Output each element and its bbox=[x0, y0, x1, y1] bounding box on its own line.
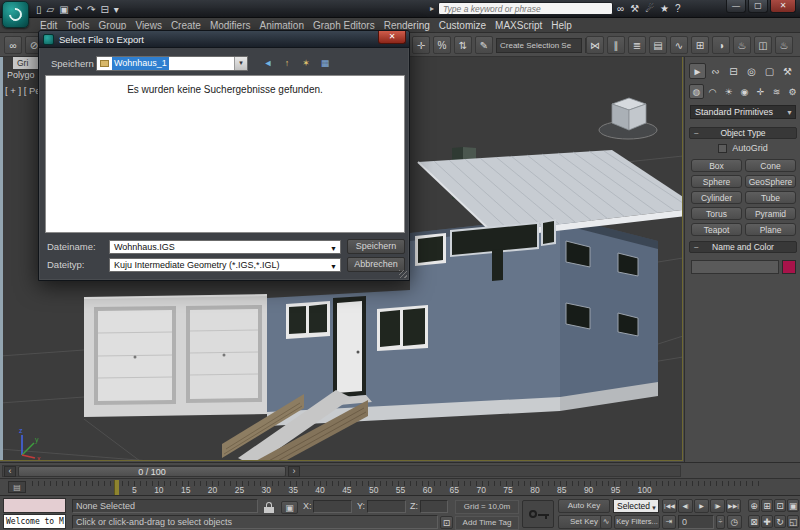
category-shapes-icon[interactable]: ◠ bbox=[705, 84, 720, 99]
tab-motion[interactable]: ◎ bbox=[743, 63, 760, 79]
category-spacewarps-icon[interactable]: ≋ bbox=[769, 84, 784, 99]
menu-item[interactable]: Tools bbox=[66, 20, 89, 31]
viewcube[interactable] bbox=[599, 98, 657, 139]
select-and-manipulate-icon[interactable]: ✛ bbox=[412, 36, 430, 54]
zoom-icon[interactable]: ⊕ bbox=[748, 499, 760, 512]
infocenter-flyout-icon[interactable]: ▸ bbox=[430, 4, 434, 13]
up-one-level-icon[interactable]: ↑ bbox=[280, 57, 294, 70]
object-type-button[interactable]: GeoSphere bbox=[745, 175, 796, 188]
time-configuration-button[interactable]: ◷ bbox=[727, 515, 742, 529]
play-button[interactable]: ▶ bbox=[694, 499, 709, 513]
communication-center-icon[interactable]: ☄ bbox=[645, 3, 654, 14]
close-button[interactable]: ✕ bbox=[770, 0, 796, 13]
maximize-viewport-icon[interactable]: ◱ bbox=[787, 515, 799, 528]
search-input[interactable] bbox=[438, 2, 613, 15]
maximize-button[interactable]: ▢ bbox=[748, 0, 768, 13]
menu-item[interactable]: Views bbox=[135, 20, 162, 31]
tab-display[interactable]: ▢ bbox=[761, 63, 778, 79]
object-type-button[interactable]: Teapot bbox=[691, 223, 742, 236]
layer-manager-icon[interactable]: ≣ bbox=[628, 36, 646, 54]
set-keys-button[interactable] bbox=[522, 500, 554, 528]
object-type-button[interactable]: Cone bbox=[745, 159, 796, 172]
category-geometry-icon[interactable]: ◍ bbox=[689, 84, 704, 99]
track-bar[interactable]: ▤ 51015202530354045505560657075808590951… bbox=[0, 478, 800, 495]
file-list-area[interactable]: Es wurden keine Suchergebnisse gefunden. bbox=[45, 75, 405, 233]
selection-lock-icon[interactable] bbox=[262, 501, 277, 514]
current-frame-input[interactable]: 0 bbox=[678, 515, 714, 529]
back-folder-icon[interactable]: ◄ bbox=[261, 57, 275, 70]
curve-editor-icon[interactable]: ∿ bbox=[670, 36, 688, 54]
spinner-snap-icon[interactable]: ⇅ bbox=[454, 36, 472, 54]
z-coord-input[interactable] bbox=[420, 500, 448, 513]
favorites-icon[interactable]: ★ bbox=[660, 3, 669, 14]
category-cameras-icon[interactable]: ◉ bbox=[737, 84, 752, 99]
zoom-extents-icon[interactable]: ⊡ bbox=[774, 499, 786, 512]
render-setup-icon[interactable]: ♨ bbox=[733, 36, 751, 54]
project-folder-icon[interactable]: ⊟ bbox=[100, 4, 108, 15]
key-mode-toggle[interactable]: ⇥ bbox=[662, 515, 676, 529]
add-time-tag[interactable]: Add Time Tag bbox=[455, 516, 519, 530]
named-selection-set-field[interactable]: Create Selection Se bbox=[496, 38, 582, 53]
time-slider-handle[interactable]: 0 / 100 bbox=[18, 466, 286, 477]
menu-item[interactable]: Animation bbox=[259, 20, 303, 31]
new-scene-icon[interactable]: ▯ bbox=[36, 4, 42, 15]
save-in-combobox[interactable]: Wohnhaus_1 ▾ bbox=[96, 56, 248, 71]
menu-item[interactable]: Group bbox=[99, 20, 127, 31]
object-type-button[interactable]: Cylinder bbox=[691, 191, 742, 204]
redo-icon[interactable]: ↷ bbox=[87, 4, 95, 15]
menu-item[interactable]: Modifiers bbox=[210, 20, 251, 31]
frame-spinner[interactable]: ÷ bbox=[716, 515, 725, 529]
object-type-button[interactable]: Plane bbox=[745, 223, 796, 236]
menu-item[interactable]: Help bbox=[551, 20, 572, 31]
align-icon[interactable]: ∥ bbox=[607, 36, 625, 54]
undo-icon[interactable]: ↶ bbox=[74, 4, 82, 15]
edit-named-selection-sets-icon[interactable]: ✎ bbox=[475, 36, 493, 54]
absolute-mode-icon[interactable]: ▣ bbox=[281, 501, 298, 514]
render-production-icon[interactable]: ♨ bbox=[775, 36, 793, 54]
filename-input[interactable]: Wohnhaus.IGS ▼ bbox=[109, 240, 341, 254]
search-icon[interactable]: ∞ bbox=[617, 3, 624, 14]
y-coord-input[interactable] bbox=[367, 500, 406, 513]
go-to-end-button[interactable]: ▶▶| bbox=[726, 499, 741, 513]
combo-dropdown-arrow[interactable]: ▼ bbox=[330, 243, 337, 254]
category-systems-icon[interactable]: ⚙ bbox=[785, 84, 800, 99]
object-type-button[interactable]: Box bbox=[691, 159, 742, 172]
filetype-dropdown[interactable]: Kuju Intermediate Geometry (*.IGS,*.IGL)… bbox=[109, 258, 341, 272]
x-coord-input[interactable] bbox=[313, 500, 352, 513]
schematic-view-icon[interactable]: ⊞ bbox=[691, 36, 709, 54]
select-and-link-icon[interactable]: ∞ bbox=[4, 36, 22, 54]
zoom-region-icon[interactable]: ⊠ bbox=[748, 515, 760, 528]
save-file-icon[interactable]: ▣ bbox=[59, 4, 68, 15]
viewport-label[interactable]: [ + ] [ Pe bbox=[5, 85, 38, 96]
object-type-rollout-header[interactable]: − Object Type bbox=[689, 127, 797, 139]
maxscript-mini-listener[interactable]: Welcome to M bbox=[3, 514, 66, 529]
object-type-button[interactable]: Pyramid bbox=[745, 207, 796, 220]
dialog-cancel-button[interactable]: Abbrechen bbox=[347, 257, 405, 272]
autogrid-checkbox[interactable] bbox=[718, 144, 727, 153]
primitive-category-dropdown[interactable]: Standard Primitives ▼ bbox=[690, 105, 796, 119]
name-color-rollout-header[interactable]: − Name and Color bbox=[689, 241, 797, 253]
dialog-title-bar[interactable]: Select File to Export ✕ bbox=[39, 31, 409, 48]
next-frame-button[interactable]: |▶ bbox=[710, 499, 725, 513]
view-menu-icon[interactable]: ▦ bbox=[318, 57, 332, 70]
current-frame-marker[interactable] bbox=[114, 480, 119, 495]
menu-item[interactable]: MAXScript bbox=[495, 20, 542, 31]
ribbon-tab-graphite[interactable]: Gri bbox=[13, 57, 38, 69]
zoom-extents-all-icon[interactable]: ▣ bbox=[787, 499, 799, 512]
mirror-icon[interactable]: ⋈ bbox=[586, 36, 604, 54]
mini-curve-editor-button[interactable]: ▤ bbox=[8, 481, 26, 493]
orbit-icon[interactable]: ↻ bbox=[774, 515, 786, 528]
object-color-swatch[interactable] bbox=[782, 260, 796, 274]
tab-create[interactable]: ► bbox=[689, 63, 706, 79]
go-to-start-button[interactable]: |◀◀ bbox=[662, 499, 677, 513]
previous-frame-button[interactable]: ◀| bbox=[678, 499, 693, 513]
category-lights-icon[interactable]: ☀ bbox=[721, 84, 736, 99]
key-filters-button[interactable]: Key Filters... bbox=[614, 515, 660, 529]
dialog-close-button[interactable]: ✕ bbox=[378, 31, 406, 44]
tab-utilities[interactable]: ⚒ bbox=[779, 63, 796, 79]
help-icon[interactable]: ? bbox=[675, 3, 681, 14]
offset-mode-icon[interactable]: ⊡ bbox=[440, 516, 453, 529]
subscription-center-icon[interactable]: ⚒ bbox=[630, 3, 639, 14]
next-frame-slider-button[interactable]: › bbox=[288, 466, 300, 477]
zoom-all-icon[interactable]: ⊞ bbox=[761, 499, 773, 512]
